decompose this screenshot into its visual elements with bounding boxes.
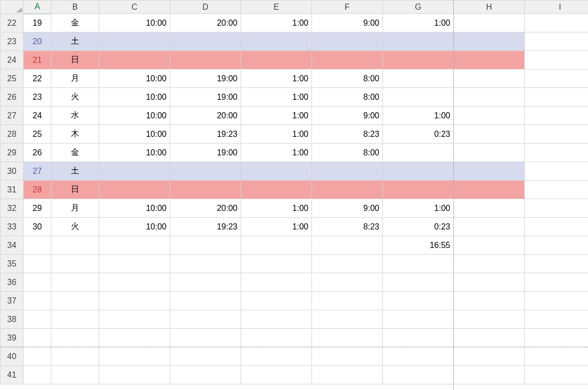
cell-H40[interactable] xyxy=(454,347,525,366)
cell-E31[interactable] xyxy=(241,181,312,199)
cell-I22[interactable] xyxy=(525,14,589,32)
cell-A30[interactable]: 27 xyxy=(24,162,51,181)
cell-I24[interactable] xyxy=(525,51,589,69)
cell-A28[interactable]: 25 xyxy=(24,125,51,144)
cell-F33[interactable]: 8:23 xyxy=(312,218,383,236)
cell-B23[interactable]: 土 xyxy=(51,32,99,51)
cell-C29[interactable]: 10:00 xyxy=(99,144,170,162)
cell-A25[interactable]: 22 xyxy=(24,69,51,88)
cell-D38[interactable] xyxy=(170,310,241,329)
cell-E40[interactable] xyxy=(241,347,312,366)
cell-G33[interactable]: 0:23 xyxy=(383,218,454,236)
cell-I41[interactable] xyxy=(525,366,589,384)
row-header[interactable]: 26 xyxy=(1,88,24,107)
cell-F23[interactable] xyxy=(312,32,383,51)
cell-H41[interactable] xyxy=(454,366,525,384)
row-header[interactable]: 40 xyxy=(1,347,24,366)
cell-A36[interactable] xyxy=(24,273,51,292)
cell-B36[interactable] xyxy=(51,273,99,292)
cell-E38[interactable] xyxy=(241,310,312,329)
cell-G32[interactable]: 1:00 xyxy=(383,199,454,218)
cell-C24[interactable] xyxy=(99,51,170,69)
row-header[interactable]: 22 xyxy=(1,14,24,32)
cell-I30[interactable] xyxy=(525,162,589,181)
cell-D24[interactable] xyxy=(170,51,241,69)
cell-D28[interactable]: 19:23 xyxy=(170,125,241,144)
cell-C25[interactable]: 10:00 xyxy=(99,69,170,88)
cell-C33[interactable]: 10:00 xyxy=(99,218,170,236)
cell-G25[interactable] xyxy=(383,69,454,88)
cell-B25[interactable]: 月 xyxy=(51,69,99,88)
cell-I28[interactable] xyxy=(525,125,589,144)
cell-C31[interactable] xyxy=(99,181,170,199)
cell-A23[interactable]: 20 xyxy=(24,32,51,51)
cell-D34[interactable] xyxy=(170,236,241,255)
cell-D27[interactable]: 20:00 xyxy=(170,107,241,125)
cell-F27[interactable]: 9:00 xyxy=(312,107,383,125)
cell-A27[interactable]: 24 xyxy=(24,107,51,125)
cell-D26[interactable]: 19:00 xyxy=(170,88,241,107)
cell-E30[interactable] xyxy=(241,162,312,181)
spreadsheet-viewport[interactable]: A B C D E F G H I 2219金10:0020:001:009:0… xyxy=(0,0,588,390)
cell-D30[interactable] xyxy=(170,162,241,181)
cell-G23[interactable] xyxy=(383,32,454,51)
cell-I33[interactable] xyxy=(525,218,589,236)
cell-A29[interactable]: 26 xyxy=(24,144,51,162)
cell-B30[interactable]: 土 xyxy=(51,162,99,181)
cell-F37[interactable] xyxy=(312,292,383,310)
cell-I40[interactable] xyxy=(525,347,589,366)
column-header-A[interactable]: A xyxy=(24,1,51,14)
cell-C35[interactable] xyxy=(99,255,170,273)
column-header-E[interactable]: E xyxy=(241,1,312,14)
column-header-I[interactable]: I xyxy=(525,1,589,14)
cell-G27[interactable]: 1:00 xyxy=(383,107,454,125)
cell-I26[interactable] xyxy=(525,88,589,107)
cell-F39[interactable] xyxy=(312,329,383,347)
cell-G30[interactable] xyxy=(383,162,454,181)
cell-I29[interactable] xyxy=(525,144,589,162)
cell-F34[interactable] xyxy=(312,236,383,255)
cell-H39[interactable] xyxy=(454,329,525,347)
cell-C38[interactable] xyxy=(99,310,170,329)
cell-D22[interactable]: 20:00 xyxy=(170,14,241,32)
cell-B37[interactable] xyxy=(51,292,99,310)
cell-E23[interactable] xyxy=(241,32,312,51)
cell-C34[interactable] xyxy=(99,236,170,255)
cell-B34[interactable] xyxy=(51,236,99,255)
cell-D33[interactable]: 19:23 xyxy=(170,218,241,236)
cell-D35[interactable] xyxy=(170,255,241,273)
cell-H27[interactable] xyxy=(454,107,525,125)
cell-C39[interactable] xyxy=(99,329,170,347)
cell-E41[interactable] xyxy=(241,366,312,384)
cell-F22[interactable]: 9:00 xyxy=(312,14,383,32)
cell-B26[interactable]: 火 xyxy=(51,88,99,107)
cell-G28[interactable]: 0:23 xyxy=(383,125,454,144)
cell-A35[interactable] xyxy=(24,255,51,273)
cell-G22[interactable]: 1:00 xyxy=(383,14,454,32)
cell-A31[interactable]: 28 xyxy=(24,181,51,199)
cell-A40[interactable] xyxy=(24,347,51,366)
cell-F24[interactable] xyxy=(312,51,383,69)
row-header[interactable]: 31 xyxy=(1,181,24,199)
row-header[interactable]: 34 xyxy=(1,236,24,255)
cell-B35[interactable] xyxy=(51,255,99,273)
cell-G36[interactable] xyxy=(383,273,454,292)
cell-E36[interactable] xyxy=(241,273,312,292)
cell-A33[interactable]: 30 xyxy=(24,218,51,236)
column-header-C[interactable]: C xyxy=(99,1,170,14)
cell-G34[interactable]: 16:55 xyxy=(383,236,454,255)
cell-G35[interactable] xyxy=(383,255,454,273)
row-header[interactable]: 35 xyxy=(1,255,24,273)
cell-B29[interactable]: 金 xyxy=(51,144,99,162)
cell-F32[interactable]: 9:00 xyxy=(312,199,383,218)
cell-A38[interactable] xyxy=(24,310,51,329)
cell-H24[interactable] xyxy=(454,51,525,69)
cell-I35[interactable] xyxy=(525,255,589,273)
cell-G24[interactable] xyxy=(383,51,454,69)
cell-D36[interactable] xyxy=(170,273,241,292)
cell-D25[interactable]: 19:00 xyxy=(170,69,241,88)
cell-F41[interactable] xyxy=(312,366,383,384)
cell-E28[interactable]: 1:00 xyxy=(241,125,312,144)
column-header-D[interactable]: D xyxy=(170,1,241,14)
cell-C32[interactable]: 10:00 xyxy=(99,199,170,218)
